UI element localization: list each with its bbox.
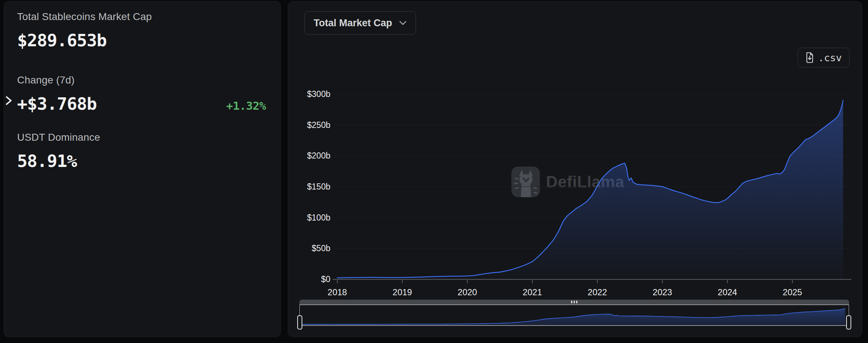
stat-value: +$3.768b [17,94,97,114]
brush-handle-left[interactable] [297,315,302,330]
svg-text:2018: 2018 [327,287,347,297]
brush-mini-svg [300,305,849,325]
change-percent-badge: +1.32% [226,99,266,112]
stat-total-market-cap: Total Stablecoins Market Cap $289.653b [17,11,266,50]
svg-text:$200b: $200b [307,151,330,160]
stats-card: Total Stablecoins Market Cap $289.653b C… [4,1,281,337]
chevron-right-icon [5,95,13,106]
brush-mini-chart[interactable] [299,305,849,326]
stat-label: USDT Dominance [17,132,266,143]
svg-text:2020: 2020 [457,287,477,297]
stat-label: Total Stablecoins Market Cap [17,11,266,23]
svg-text:$50b: $50b [312,243,330,253]
chart-plot-area[interactable]: $0$50b$100b$150b$200b$250b$300b201820192… [288,1,863,338]
svg-text:2025: 2025 [783,287,802,297]
grip-bars-icon [576,301,577,303]
stat-value: 58.91% [17,151,266,171]
svg-text:$300b: $300b [307,89,330,99]
chart-card: Total Market Cap .csv [288,1,862,337]
svg-text:2022: 2022 [588,287,607,297]
svg-text:$250b: $250b [307,120,330,130]
svg-text:2024: 2024 [718,287,737,297]
svg-text:2023: 2023 [653,287,672,297]
brush-track[interactable] [299,300,849,304]
expand-toggle-button[interactable] [3,93,14,109]
stat-label: Change (7d) [17,74,266,86]
svg-text:2019: 2019 [393,287,412,297]
time-range-brush [299,300,849,327]
stat-change-7d: Change (7d) +$3.768b +1.32% [17,74,266,114]
grip-bars-icon [571,301,572,303]
svg-text:$0: $0 [321,274,330,284]
stat-usdt-dominance: USDT Dominance 58.91% [17,132,266,171]
stat-value: $289.653b [17,30,266,50]
svg-text:$100b: $100b [307,213,330,222]
brush-handle-right[interactable] [846,315,851,330]
grip-bars-icon [574,301,575,303]
svg-text:$150b: $150b [307,182,330,191]
svg-text:2021: 2021 [523,287,542,297]
